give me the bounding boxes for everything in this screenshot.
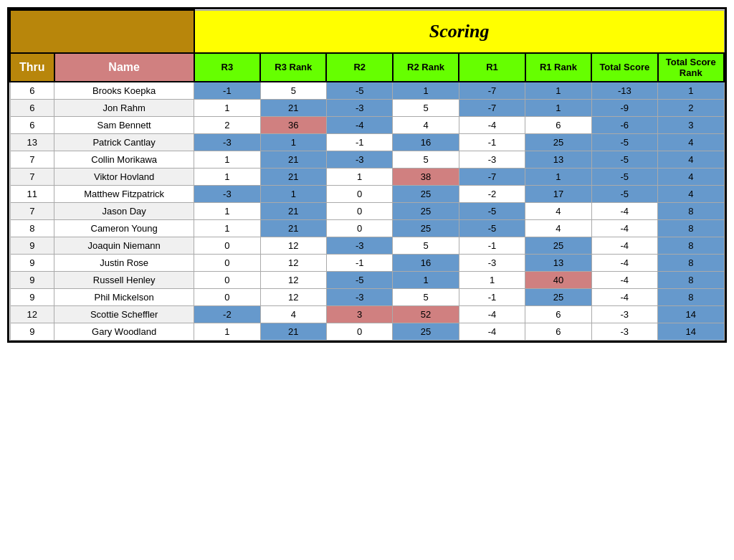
totalrank-cell: 14 xyxy=(658,305,724,323)
name-cell: Matthew Fitzpatrick xyxy=(54,185,194,202)
thru-cell: 6 xyxy=(10,82,54,100)
r3-cell: 1 xyxy=(194,323,260,340)
r1rank-cell: 1 xyxy=(525,99,591,116)
r2-cell: 0 xyxy=(326,323,392,340)
total-cell: -6 xyxy=(591,116,657,133)
r1rank-cell: 6 xyxy=(525,305,591,323)
total-cell: -5 xyxy=(591,151,657,168)
r3rank-cell: 12 xyxy=(260,271,326,288)
r1-cell: -3 xyxy=(459,151,525,168)
total-cell: -4 xyxy=(591,237,657,254)
r3-cell: 1 xyxy=(194,202,260,219)
total-cell: -5 xyxy=(591,185,657,202)
r2rank-cell: 5 xyxy=(393,237,459,254)
totalrank-cell: 8 xyxy=(658,237,724,254)
r3rank-cell: 21 xyxy=(260,202,326,219)
r3-cell: 1 xyxy=(194,168,260,185)
totalrank-cell: 8 xyxy=(658,271,724,288)
r1rank-cell: 13 xyxy=(525,254,591,271)
r2rank-header: R2 Rank xyxy=(393,53,459,82)
r3rank-cell: 21 xyxy=(260,151,326,168)
totalrank-cell: 8 xyxy=(658,254,724,271)
name-cell: Viktor Hovland xyxy=(54,168,194,185)
r1rank-cell: 4 xyxy=(525,219,591,237)
thru-cell: 9 xyxy=(10,288,54,305)
total-cell: -9 xyxy=(591,99,657,116)
thru-cell: 6 xyxy=(10,116,54,133)
thru-cell: 9 xyxy=(10,237,54,254)
totalrank-cell: 1 xyxy=(658,82,724,100)
totalrank-cell: 14 xyxy=(658,323,724,340)
r1-cell: 1 xyxy=(459,271,525,288)
r2rank-cell: 25 xyxy=(393,185,459,202)
r3-cell: 0 xyxy=(194,288,260,305)
r3rank-cell: 21 xyxy=(260,99,326,116)
r3rank-cell: 1 xyxy=(260,185,326,202)
r3rank-cell: 21 xyxy=(260,323,326,340)
totalrank-cell: 4 xyxy=(658,151,724,168)
r3-cell: 0 xyxy=(194,271,260,288)
r3-cell: -2 xyxy=(194,305,260,323)
r1rank-cell: 4 xyxy=(525,202,591,219)
total-cell: -5 xyxy=(591,168,657,185)
r2rank-cell: 1 xyxy=(393,82,459,100)
r2-cell: 0 xyxy=(326,185,392,202)
r1-cell: -1 xyxy=(459,133,525,151)
r2-cell: -5 xyxy=(326,271,392,288)
name-cell: Patrick Cantlay xyxy=(54,133,194,151)
r2-cell: 0 xyxy=(326,219,392,237)
thru-cell: 13 xyxy=(10,133,54,151)
scoreboard-wrapper: Scoring Thru Name R3 R3 Rank R2 R2 Rank … xyxy=(7,7,727,343)
r3rank-cell: 1 xyxy=(260,133,326,151)
thru-cell: 9 xyxy=(10,323,54,340)
r1-cell: -5 xyxy=(459,219,525,237)
r1-cell: -2 xyxy=(459,185,525,202)
r3-cell: 2 xyxy=(194,116,260,133)
r3rank-cell: 4 xyxy=(260,305,326,323)
r2rank-cell: 1 xyxy=(393,271,459,288)
total-cell: -4 xyxy=(591,202,657,219)
scoring-header: Scoring xyxy=(194,10,724,53)
name-cell: Jason Day xyxy=(54,202,194,219)
r1rank-cell: 1 xyxy=(525,168,591,185)
name-cell: Brooks Koepka xyxy=(54,82,194,100)
thru-cell: 7 xyxy=(10,151,54,168)
totalrank-header: Total Score Rank xyxy=(658,53,724,82)
totalrank-cell: 4 xyxy=(658,133,724,151)
r3rank-cell: 12 xyxy=(260,254,326,271)
r2rank-cell: 25 xyxy=(393,202,459,219)
totalrank-cell: 4 xyxy=(658,185,724,202)
r3-cell: 0 xyxy=(194,254,260,271)
r2rank-cell: 5 xyxy=(393,288,459,305)
r1rank-cell: 40 xyxy=(525,271,591,288)
r2rank-cell: 16 xyxy=(393,133,459,151)
r1-cell: -4 xyxy=(459,305,525,323)
r3rank-cell: 21 xyxy=(260,168,326,185)
r2-cell: -3 xyxy=(326,151,392,168)
r2-cell: 1 xyxy=(326,168,392,185)
name-cell: Collin Morikawa xyxy=(54,151,194,168)
r3-header: R3 xyxy=(194,53,260,82)
name-cell: Joaquin Niemann xyxy=(54,237,194,254)
r2rank-cell: 38 xyxy=(393,168,459,185)
r3rank-header: R3 Rank xyxy=(260,53,326,82)
thru-cell: 12 xyxy=(10,305,54,323)
r2-header: R2 xyxy=(326,53,392,82)
thru-cell: 11 xyxy=(10,185,54,202)
total-cell: -4 xyxy=(591,288,657,305)
r1rank-header: R1 Rank xyxy=(525,53,591,82)
name-cell: Scottie Scheffler xyxy=(54,305,194,323)
r3rank-cell: 12 xyxy=(260,288,326,305)
r1rank-cell: 25 xyxy=(525,133,591,151)
r1-cell: -5 xyxy=(459,202,525,219)
totalrank-cell: 8 xyxy=(658,219,724,237)
r2rank-cell: 5 xyxy=(393,151,459,168)
r1-cell: -7 xyxy=(459,168,525,185)
r3-cell: -3 xyxy=(194,185,260,202)
r1-cell: -7 xyxy=(459,99,525,116)
r2-cell: -3 xyxy=(326,288,392,305)
r2-cell: -5 xyxy=(326,82,392,100)
totalrank-cell: 2 xyxy=(658,99,724,116)
r3-cell: -1 xyxy=(194,82,260,100)
total-cell: -4 xyxy=(591,254,657,271)
